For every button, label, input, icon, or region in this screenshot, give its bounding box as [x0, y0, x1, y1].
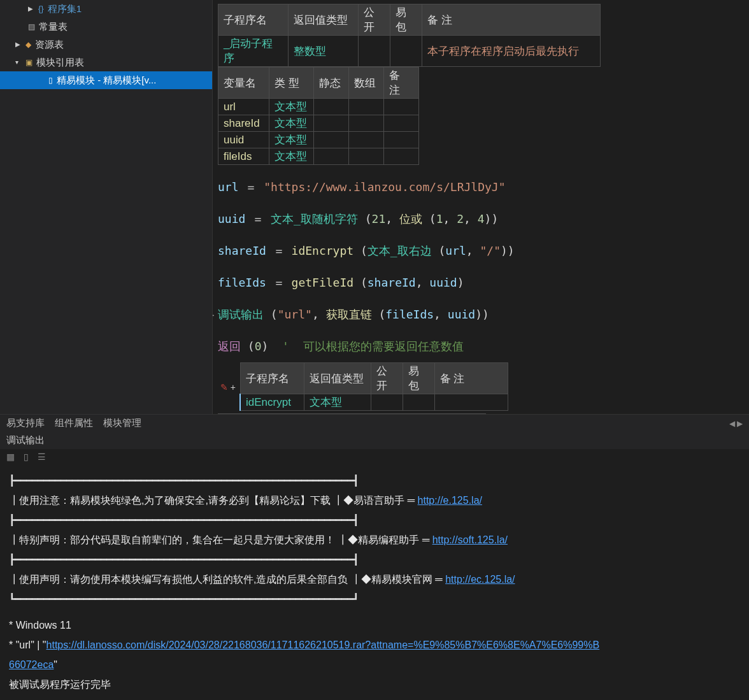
- output-bar: ┣━━━━━━━━━━━━━━━━━━━━━━━━━━━━━━━━━━━━━━━…: [9, 510, 740, 530]
- sub-public[interactable]: [359, 36, 390, 67]
- tree-label: 常量表: [39, 19, 68, 34]
- code-line[interactable]: uuid ＝ 文本_取随机字符 (21, 位或 (1, 2, 4)): [218, 203, 744, 235]
- tree-item-consttable[interactable]: ▤ 常量表: [0, 18, 212, 36]
- code-line[interactable]: shareId ＝ idEncrypt (文本_取右边 (url, "/")): [218, 235, 744, 267]
- var-row[interactable]: uuid文本型: [218, 132, 419, 148]
- link-ec125la[interactable]: http://ec.125.la/: [445, 574, 515, 585]
- resource-icon: ◆: [25, 37, 31, 52]
- plus-icon[interactable]: +: [231, 382, 236, 392]
- sub3-header: 子程序名 返回值类型 公开 易包 备 注: [218, 413, 486, 414]
- output-bar: ┗━━━━━━━━━━━━━━━━━━━━━━━━━━━━━━━━━━━━━━━…: [9, 589, 740, 609]
- chevron-right-icon: ▶: [28, 1, 34, 17]
- output-result: * "url" | "https://dl.lanosso.com/disk/2…: [9, 635, 740, 655]
- sub2-row: ✎+ 子程序名 返回值类型 公开 易包 备 注 idEncrypt: [218, 362, 744, 411]
- sub2-rettype[interactable]: 文本型: [304, 394, 371, 411]
- code-editor: 子程序名 返回值类型 公开 易包 备 注 _启动子程序 整数型 本子程序在程序启…: [213, 0, 749, 414]
- output-os: * Windows 11: [9, 615, 740, 635]
- tab-scroll-arrows[interactable]: ◀ ▶: [729, 419, 743, 428]
- sub2-name[interactable]: idEncrypt: [240, 394, 304, 411]
- sheet-icon: ▤: [28, 19, 35, 34]
- output-line: ┃特别声明：部分代码是取自前辈们的，集合在一起只是方便大家使用！ ┃◆精易编程助…: [9, 530, 740, 550]
- var-row[interactable]: shareId文本型: [218, 115, 419, 132]
- code-line[interactable]: ▸调试输出 ("url", 获取直链 (fileIds, uuid)): [213, 299, 744, 331]
- output-tool-icon[interactable]: ▯: [24, 452, 29, 462]
- output-body[interactable]: ┣━━━━━━━━━━━━━━━━━━━━━━━━━━━━━━━━━━━━━━━…: [0, 464, 749, 700]
- col-public: 公开: [359, 4, 390, 36]
- chevron-right-icon: ▶: [15, 37, 22, 52]
- sub-header-table: 子程序名 返回值类型 公开 易包 备 注 _启动子程序 整数型 本子程序在程序启…: [218, 4, 601, 67]
- col-array: 数组: [349, 68, 384, 99]
- module-icon: ▣: [25, 55, 32, 70]
- output-bar: ┣━━━━━━━━━━━━━━━━━━━━━━━━━━━━━━━━━━━━━━━…: [9, 550, 740, 569]
- col-static: 静态: [314, 68, 349, 99]
- link-e125la[interactable]: http://e.125.la/: [418, 495, 482, 506]
- link-download-url[interactable]: https://dl.lanosso.com/disk/2024/03/28/2…: [46, 639, 600, 650]
- code-line[interactable]: url ＝ "https://www.ilanzou.com/s/LRJlDyJ…: [218, 171, 744, 203]
- output-title: 调试输出: [0, 432, 749, 449]
- bottom-tabs: 易支持库 组件属性 模块管理 ◀ ▶: [0, 414, 749, 432]
- col-note: 备 注: [422, 4, 601, 36]
- var-row[interactable]: fileIds文本型: [218, 148, 419, 165]
- output-tool-icon[interactable]: ▦: [6, 452, 15, 462]
- col-epack: 易包: [390, 4, 422, 36]
- tree-label: 资源表: [35, 37, 64, 52]
- code-line[interactable]: fileIds ＝ getFileId (shareId, uuid): [218, 267, 744, 299]
- vars-table: 变量名 类 型 静态 数组 备 注 url文本型 shareId文本型 uuid…: [218, 67, 419, 165]
- file-icon: ▯: [48, 73, 53, 88]
- tree-label: 精易模块 - 精易模块[v...: [57, 73, 156, 88]
- col-varnote: 备 注: [384, 68, 419, 99]
- tab-component-props[interactable]: 组件属性: [55, 417, 93, 429]
- tree-item-modref[interactable]: ▾ ▣ 模块引用表: [0, 54, 212, 71]
- sub-name[interactable]: _启动子程序: [218, 36, 289, 67]
- chevron-down-icon: ▾: [15, 55, 22, 70]
- output-result2: 66072eca": [9, 655, 740, 675]
- output-panel: 调试输出 ▦ ▯ ☰ ┣━━━━━━━━━━━━━━━━━━━━━━━━━━━━…: [0, 432, 749, 700]
- sub2-header: 子程序名 返回值类型 公开 易包 备 注 idEncrypt 文本型: [239, 362, 508, 411]
- output-done: 被调试易程序运行完毕: [9, 675, 740, 694]
- braces-icon: {}: [38, 1, 44, 17]
- pencil-icon: ✎: [220, 382, 228, 392]
- output-line: ┃使用声明：请勿使用本模块编写有损他人利益的软件,造成的后果全部自负 ┃◆精易模…: [9, 569, 740, 589]
- tab-module-mgr[interactable]: 模块管理: [103, 417, 141, 429]
- tree-item-restable[interactable]: ▶ ◆ 资源表: [0, 36, 212, 54]
- col-subname: 子程序名: [218, 4, 289, 36]
- tab-support-lib[interactable]: 易支持库: [6, 417, 45, 429]
- output-bar: ┣━━━━━━━━━━━━━━━━━━━━━━━━━━━━━━━━━━━━━━━…: [9, 471, 740, 490]
- tree-label: 模块引用表: [36, 55, 84, 70]
- col-rettype: 返回值类型: [289, 4, 359, 36]
- sub-rettype[interactable]: 整数型: [289, 36, 359, 67]
- tree-label: 程序集1: [48, 1, 82, 17]
- var-row[interactable]: url文本型: [218, 99, 419, 115]
- sub-epack[interactable]: [390, 36, 422, 67]
- breakpoint-icon[interactable]: ▸: [213, 299, 218, 331]
- sidebar: ▶ {} 程序集1 ▤ 常量表 ▶ ◆ 资源表 ▾ ▣ 模块引用表 ▯ 精易模块…: [0, 0, 213, 414]
- col-vartype: 类 型: [269, 68, 314, 99]
- col-varname: 变量名: [218, 68, 269, 99]
- link-download-url-cont[interactable]: 66072eca: [9, 659, 54, 670]
- output-tool-icon[interactable]: ☰: [38, 452, 46, 462]
- sub-note[interactable]: 本子程序在程序启动后最先执行: [422, 36, 601, 67]
- link-soft125la[interactable]: http://soft.125.la/: [432, 534, 508, 545]
- tree-item-programset[interactable]: ▶ {} 程序集1: [0, 0, 212, 18]
- output-toolbar: ▦ ▯ ☰: [0, 449, 749, 464]
- code-line[interactable]: 返回 (0) ' 可以根据您的需要返回任意数值: [218, 331, 744, 362]
- tree-item-jingyi-module[interactable]: ▯ 精易模块 - 精易模块[v...: [0, 71, 212, 89]
- output-line: ┃使用注意：精易模块纯绿色,为了确保安全,请务必到【精易论坛】下载 ┃◆易语言助…: [9, 490, 740, 510]
